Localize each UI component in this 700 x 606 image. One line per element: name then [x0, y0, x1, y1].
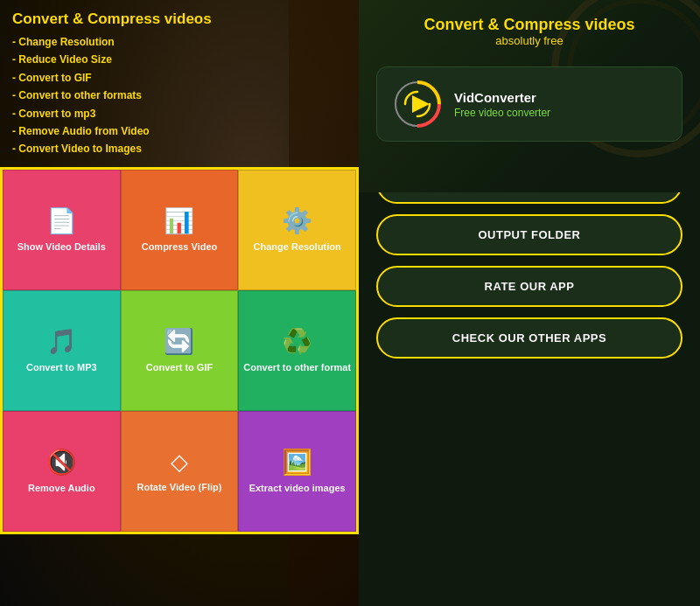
convert-other-button[interactable]: ♻️ Convert to other format: [238, 290, 356, 411]
extract-images-button[interactable]: 🖼️ Extract video images: [238, 411, 356, 532]
left-panel: Convert & Compress videos - Change Resol…: [0, 0, 359, 606]
convert-mp3-button[interactable]: 🎵 Convert to MP3: [3, 290, 121, 411]
document-icon: 📄: [46, 206, 77, 235]
rate-our-app-button[interactable]: RATE OUR APP: [376, 266, 682, 307]
right-panel: Convert & Compress videos absolutly free…: [359, 0, 700, 606]
convert-other-label: Convert to other format: [243, 361, 351, 373]
convert-gif-button[interactable]: 🔄 Convert to GIF: [121, 290, 239, 411]
app-name: VidConverter: [454, 90, 550, 105]
extract-images-label: Extract video images: [249, 482, 346, 494]
compress-icon: 📊: [164, 206, 194, 235]
rotate-video-button[interactable]: ◇ Rotate Video (Flip): [121, 411, 239, 532]
convert-mp3-label: Convert to MP3: [26, 361, 97, 373]
feature-item: - Convert to mp3: [12, 105, 346, 122]
remove-audio-button[interactable]: 🔇 Remove Audio: [3, 411, 121, 532]
feature-item: - Convert to other formats: [12, 87, 346, 104]
change-resolution-label: Change Resolution: [254, 240, 341, 253]
app-info: VidConverter Free video converter: [454, 90, 550, 119]
right-subtitle: absolutly free: [376, 34, 682, 47]
features-list: - Change Resolution- Reduce Video Size- …: [12, 33, 346, 158]
recycle-icon: ♻️: [282, 327, 312, 356]
compress-video-button[interactable]: 📊 Compress Video: [121, 170, 239, 290]
mute-icon: 🔇: [46, 448, 77, 477]
change-resolution-button[interactable]: ⚙️ Change Resolution: [238, 170, 356, 290]
right-title: Convert & Compress videos: [376, 16, 682, 34]
left-title: Convert & Compress videos: [12, 10, 346, 28]
right-header: Convert & Compress videos absolutly free: [359, 0, 700, 56]
app-description: Free video converter: [454, 107, 550, 119]
feature-grid: 📄 Show Video Details 📊 Compress Video ⚙️…: [0, 167, 359, 534]
image-icon: 🖼️: [282, 448, 312, 477]
app-logo-svg: [393, 80, 442, 129]
feature-item: - Reduce Video Size: [12, 51, 346, 68]
convert-gif-label: Convert to GIF: [146, 361, 213, 373]
rotate-icon: ◇: [171, 449, 188, 476]
remove-audio-label: Remove Audio: [28, 482, 95, 494]
feature-item: - Remove Audio from Video: [12, 122, 346, 140]
resolution-icon: ⚙️: [282, 206, 312, 235]
check-other-apps-button[interactable]: CHECK OUR OTHER APPS: [376, 317, 682, 359]
show-video-details-label: Show Video Details: [18, 240, 106, 253]
feature-item: - Convert Video to Images: [12, 140, 346, 157]
gif-icon: 🔄: [164, 327, 194, 356]
feature-item: - Change Resolution: [12, 33, 346, 51]
left-header: Convert & Compress videos - Change Resol…: [0, 0, 359, 167]
compress-video-label: Compress Video: [142, 240, 218, 253]
feature-item: - Convert to GIF: [12, 69, 346, 87]
output-folder-button[interactable]: OUTPUT FOLDER: [376, 214, 682, 255]
app-logo: [393, 80, 442, 129]
music-icon: 🎵: [46, 327, 77, 356]
app-card: VidConverter Free video converter: [376, 66, 682, 142]
rotate-video-label: Rotate Video (Flip): [137, 481, 222, 493]
show-video-details-button[interactable]: 📄 Show Video Details: [3, 170, 121, 290]
